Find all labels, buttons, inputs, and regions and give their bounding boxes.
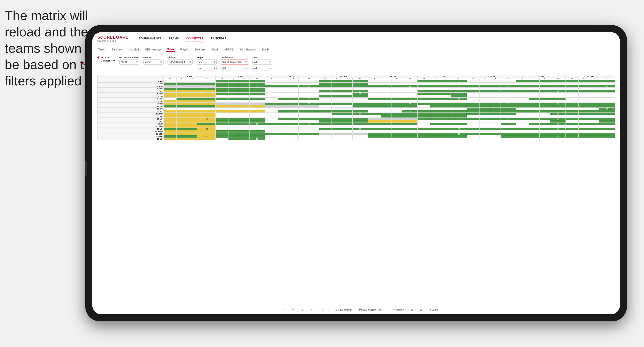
matrix-cell[interactable]	[579, 118, 589, 120]
matrix-cell[interactable]	[368, 118, 381, 120]
matrix-cell[interactable]	[418, 103, 430, 105]
matrix-cell[interactable]	[467, 95, 480, 98]
matrix-cell[interactable]	[177, 103, 187, 105]
matrix-cell[interactable]	[529, 100, 540, 103]
matrix-cell[interactable]	[467, 123, 480, 125]
matrix-cell[interactable]	[467, 105, 480, 108]
toolbar-icon4[interactable]: ⏱	[320, 308, 326, 312]
matrix-cell[interactable]	[589, 105, 599, 108]
matrix-cell[interactable]	[589, 108, 599, 110]
matrix-cell[interactable]	[187, 120, 197, 123]
matrix-cell[interactable]	[589, 135, 599, 138]
matrix-cell[interactable]	[467, 83, 480, 85]
matrix-cell[interactable]	[430, 83, 441, 85]
matrix-cell[interactable]	[529, 108, 540, 110]
matrix-cell[interactable]	[216, 135, 228, 138]
matrix-cell[interactable]	[539, 125, 550, 128]
matrix-cell[interactable]	[418, 118, 430, 120]
matrix-cell[interactable]	[332, 128, 342, 130]
matrix-cell[interactable]	[239, 90, 249, 93]
matrix-cell[interactable]	[430, 138, 441, 140]
matrix-cell[interactable]	[441, 80, 451, 83]
matrix-cell[interactable]	[299, 83, 319, 85]
matrix-cell[interactable]	[599, 138, 615, 140]
matrix-cell[interactable]	[441, 103, 451, 105]
matrix-cell[interactable]	[278, 80, 288, 83]
matrix-cell[interactable]	[239, 83, 249, 85]
matrix-cell[interactable]	[299, 108, 319, 110]
matrix-cell[interactable]	[579, 125, 589, 128]
matrix-cell[interactable]	[539, 80, 550, 83]
toolbar-icon6[interactable]: ⊞	[419, 308, 424, 312]
matrix-cell[interactable]	[239, 115, 249, 118]
matrix-cell[interactable]	[187, 133, 197, 135]
matrix-cell[interactable]	[249, 118, 265, 120]
matrix-cell[interactable]	[352, 80, 368, 83]
matrix-cell[interactable]	[352, 88, 368, 90]
matrix-cell[interactable]	[529, 90, 540, 93]
matrix-cell[interactable]: -21	[197, 135, 216, 138]
matrix-cell[interactable]	[228, 105, 239, 108]
matrix-cell[interactable]	[566, 108, 578, 110]
matrix-cell[interactable]	[599, 83, 615, 85]
matrix-cell[interactable]	[278, 110, 288, 113]
matrix-cell[interactable]	[529, 93, 540, 95]
matrix-cell[interactable]	[381, 98, 391, 100]
matrix-cell[interactable]	[342, 130, 353, 133]
matrix-cell[interactable]	[278, 135, 288, 138]
main-content[interactable]: 3. ASU 10. UW 11. UA 22. UCB 24. UO 27. …	[92, 73, 620, 305]
matrix-cell[interactable]	[480, 110, 490, 113]
matrix-cell[interactable]	[441, 90, 451, 93]
matrix-cell[interactable]	[579, 108, 589, 110]
matrix-cell[interactable]	[332, 83, 342, 85]
matrix-cell[interactable]	[529, 135, 540, 138]
matrix-cell[interactable]	[467, 80, 480, 83]
matrix-cell[interactable]	[579, 100, 589, 103]
matrix-cell[interactable]	[352, 120, 368, 123]
matrix-cell[interactable]	[529, 115, 540, 118]
matrix-cell[interactable]	[368, 90, 381, 93]
matrix-cell[interactable]	[352, 118, 368, 120]
matrix-cell[interactable]	[278, 88, 288, 90]
matrix-cell[interactable]	[197, 95, 216, 98]
matrix-cell[interactable]	[265, 135, 278, 138]
matrix-cell[interactable]	[480, 133, 490, 135]
matrix-cell[interactable]	[265, 83, 278, 85]
matrix-cell[interactable]	[216, 125, 228, 128]
matrix-cell[interactable]	[566, 118, 578, 120]
matrix-cell[interactable]	[381, 120, 391, 123]
matrix-cell[interactable]	[430, 90, 441, 93]
matrix-cell[interactable]	[599, 80, 615, 83]
matrix-cell[interactable]	[480, 130, 490, 133]
matrix-cell[interactable]	[579, 83, 589, 85]
matrix-cell[interactable]	[391, 125, 402, 128]
matrix-cell[interactable]: -14	[197, 118, 216, 120]
matrix-cell[interactable]	[467, 128, 480, 130]
matrix-cell[interactable]	[228, 88, 239, 90]
matrix-cell[interactable]	[187, 95, 197, 98]
matrix-cell[interactable]	[216, 93, 228, 95]
matrix-cell[interactable]	[490, 83, 501, 85]
matrix-cell[interactable]	[441, 118, 451, 120]
matrix-cell[interactable]	[228, 123, 239, 125]
matrix-cell[interactable]	[391, 123, 402, 125]
matrix-cell[interactable]	[579, 138, 589, 140]
matrix-cell[interactable]	[480, 123, 490, 125]
matrix-cell[interactable]	[441, 113, 451, 115]
matrix-cell[interactable]	[490, 93, 501, 95]
matrix-cell[interactable]	[228, 95, 239, 98]
matrix-cell[interactable]	[228, 83, 239, 85]
matrix-cell[interactable]	[441, 115, 451, 118]
matrix-cell[interactable]	[467, 110, 480, 113]
matrix-cell[interactable]	[516, 128, 529, 130]
matrix-cell[interactable]	[566, 85, 578, 88]
matrix-cell[interactable]	[319, 115, 332, 118]
toolbar-share[interactable]: ↗ Share	[428, 308, 439, 312]
matrix-cell[interactable]	[332, 120, 342, 123]
toolbar-icon5[interactable]: ⊡	[410, 308, 415, 312]
matrix-cell[interactable]	[278, 95, 288, 98]
matrix-cell[interactable]	[288, 115, 299, 118]
matrix-cell[interactable]	[187, 130, 197, 133]
matrix-cell[interactable]	[566, 90, 578, 93]
matrix-cell[interactable]	[368, 93, 381, 95]
